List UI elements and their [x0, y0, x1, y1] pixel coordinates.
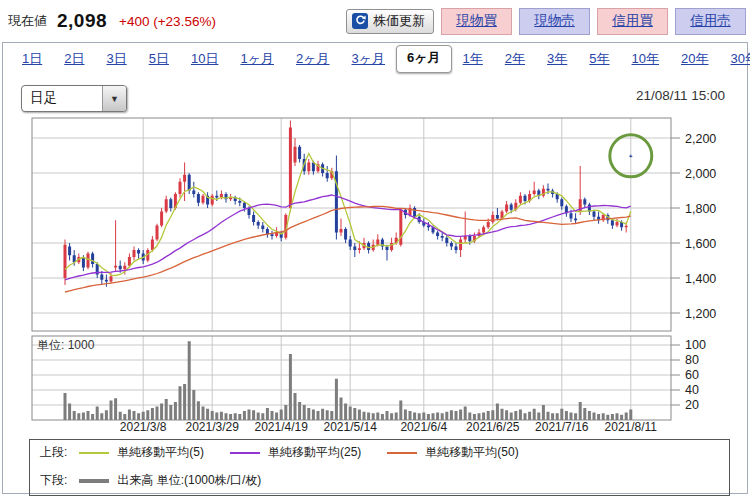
- svg-text:2021/6/25: 2021/6/25: [466, 420, 520, 434]
- price-change-percent: (+23.56%): [153, 14, 216, 29]
- svg-text:2021/3/8: 2021/3/8: [120, 420, 167, 434]
- legend-lower-label: 下段:: [40, 472, 67, 489]
- price-change-value: +400: [119, 14, 149, 29]
- svg-text:単位: 1000: 単位: 1000: [37, 338, 95, 352]
- tab-y20[interactable]: 20年: [670, 47, 719, 72]
- moving-average-lines: [65, 153, 631, 292]
- axis-labels: 2,2002,0001,8001,6001,4001,2001008060402…: [37, 132, 716, 435]
- tab-y5[interactable]: 5年: [578, 47, 620, 72]
- tab-d1[interactable]: 1日: [11, 47, 53, 72]
- svg-text:1,200: 1,200: [685, 307, 716, 321]
- tab-m1[interactable]: 1ヶ月: [229, 47, 285, 72]
- tab-m6[interactable]: 6ヶ月: [396, 45, 452, 73]
- trade-button-group: 現物買現物売信用買信用売: [441, 8, 746, 35]
- period-tabstrip: 1日2日3日5日10日1ヶ月2ヶ月3ヶ月6ヶ月1年2年3年5年10年20年30年: [3, 43, 747, 72]
- volume-legend-swatch: [79, 479, 109, 483]
- chart-panel: 1日2日3日5日10日1ヶ月2ヶ月3ヶ月6ヶ月1年2年3年5年10年20年30年…: [2, 42, 748, 494]
- ma-legend-label: 単純移動平均(50): [425, 444, 518, 461]
- svg-text:20: 20: [685, 398, 699, 412]
- svg-text:2021/5/14: 2021/5/14: [324, 420, 378, 434]
- trade-button-shinyo-uri[interactable]: 信用売: [675, 8, 746, 35]
- svg-text:2021/6/4: 2021/6/4: [400, 420, 447, 434]
- current-price-value: 2,098: [57, 10, 107, 32]
- tab-y30[interactable]: 30年: [719, 47, 750, 72]
- trade-button-genbutsu-kai[interactable]: 現物買: [441, 8, 512, 35]
- svg-text:2021/7/16: 2021/7/16: [535, 420, 589, 434]
- svg-text:80: 80: [685, 353, 699, 367]
- refresh-icon: [352, 13, 368, 29]
- svg-text:60: 60: [685, 368, 699, 382]
- chart-area: 日足 ▼ 21/08/11 15:00 2,2002,0001,8001,600…: [3, 72, 747, 438]
- ma-legend-label: 単純移動平均(25): [268, 444, 361, 461]
- svg-text:1,800: 1,800: [685, 202, 716, 216]
- tab-y10[interactable]: 10年: [621, 47, 670, 72]
- price-header: 現在値 2,098 +400 (+23.56%) 株価更新 現物買現物売信用買信…: [0, 0, 750, 42]
- volume-legend-label: 出来高 単位:(1000株/口/枚): [117, 472, 261, 489]
- tab-d10[interactable]: 10日: [180, 47, 229, 72]
- trade-button-shinyo-kai[interactable]: 信用買: [597, 8, 668, 35]
- legend-lower-row: 下段: 出来高 単位:(1000株/口/枚): [40, 472, 719, 489]
- tab-y1[interactable]: 1年: [452, 47, 494, 72]
- refresh-price-button[interactable]: 株価更新: [346, 9, 434, 34]
- tab-y3[interactable]: 3年: [536, 47, 578, 72]
- trade-button-genbutsu-uri[interactable]: 現物売: [519, 8, 590, 35]
- ma-legend-label: 単純移動平均(5): [117, 444, 204, 461]
- svg-text:2,000: 2,000: [685, 167, 716, 181]
- ma5-line: [65, 153, 631, 275]
- ma-legend-swatch: [230, 452, 260, 454]
- svg-text:1,400: 1,400: [685, 272, 716, 286]
- svg-text:40: 40: [685, 383, 699, 397]
- tab-d3[interactable]: 3日: [95, 47, 137, 72]
- ma-legend-swatch: [79, 452, 109, 454]
- tab-y2[interactable]: 2年: [494, 47, 536, 72]
- tab-d2[interactable]: 2日: [53, 47, 95, 72]
- refresh-button-label: 株価更新: [373, 12, 425, 30]
- ma-legend-swatch: [387, 452, 417, 454]
- volume-bars: [64, 341, 633, 420]
- price-change: +400 (+23.56%): [119, 14, 216, 29]
- tab-d5[interactable]: 5日: [138, 47, 180, 72]
- svg-text:2,200: 2,200: [685, 132, 716, 146]
- legend-upper-label: 上段:: [40, 444, 67, 461]
- current-price-label: 現在値: [8, 12, 47, 30]
- svg-text:2021/4/19: 2021/4/19: [255, 420, 309, 434]
- svg-text:100: 100: [685, 338, 706, 352]
- tab-m2[interactable]: 2ヶ月: [285, 47, 341, 72]
- svg-text:2021/3/29: 2021/3/29: [186, 420, 240, 434]
- candlestick-chart: 2,2002,0001,8001,6001,4001,2001008060402…: [3, 72, 745, 438]
- svg-text:2021/8/11: 2021/8/11: [605, 420, 658, 434]
- svg-text:1,600: 1,600: [685, 237, 716, 251]
- chart-legend: 上段: 単純移動平均(5)単純移動平均(25)単純移動平均(50) 下段: 出来…: [29, 439, 730, 496]
- legend-upper-row: 上段: 単純移動平均(5)単純移動平均(25)単純移動平均(50): [40, 444, 719, 461]
- candles: [64, 121, 633, 287]
- tab-m3[interactable]: 3ヶ月: [341, 47, 397, 72]
